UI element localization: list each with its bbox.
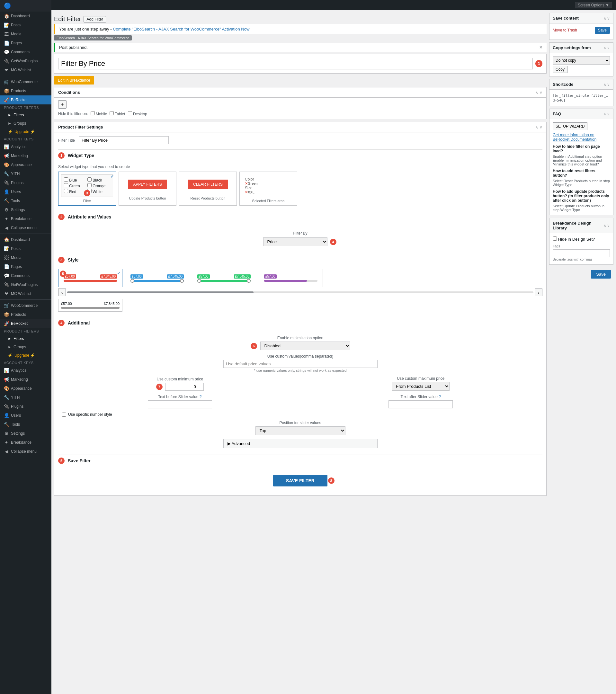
mobile-checkbox-label[interactable]: Mobile [91,111,107,116]
custom-min-input[interactable] [165,383,204,391]
minimization-select[interactable]: Disabled [260,342,350,350]
design-library-down-button[interactable]: ∨ [607,223,610,228]
sidebar2-item-woocommerce[interactable]: 🛒 WooCommerce [0,301,51,310]
sidebar2-item-groups[interactable]: ► Groups [0,343,51,351]
faq-down-button[interactable]: ∨ [607,112,610,116]
notice-close-icon[interactable]: ✕ [539,45,543,50]
settings-down-button[interactable]: ∨ [540,125,542,129]
style-item-blue[interactable]: £57.00 £7,845.00 [125,269,189,287]
sidebar2-item-settings[interactable]: ⚙ Settings [0,429,51,438]
sidebar2-item-dashboard[interactable]: 🏠 Dashboard [0,235,51,244]
sidebar-item-products[interactable]: 📦 Products [0,87,51,95]
sidebar-item-appearance[interactable]: 🎨 Appearance [0,160,51,169]
sidebar2-item-upgrade[interactable]: ⚡ Upgrade ⚡ [0,351,51,360]
carousel-prev-button[interactable]: ‹ [58,289,66,296]
specific-style-checkbox[interactable] [62,413,66,417]
filter-by-select[interactable]: Price [263,237,327,246]
sidebar2-item-mcwishlist[interactable]: ❤ MC Wishlist [0,289,51,298]
sidebar2-item-breakdance[interactable]: ✦ Breakdance [0,438,51,447]
position-select[interactable]: Top [255,426,345,435]
widget-type-apply[interactable]: APPLY FILTERS Update Products button [119,171,177,206]
sidebar-item-comments[interactable]: 💬 Comments [0,48,51,57]
save-up-button[interactable]: ∧ [603,16,606,21]
notice-link[interactable]: Complete "ElboSearch - AJAX Search for W… [113,27,249,32]
sidebar2-item-tools[interactable]: 🔨 Tools [0,420,51,429]
save-filter-button[interactable]: SAVE FILTER [273,475,327,487]
faq-docs-link[interactable]: Get more information on BeRocket Documen… [553,133,610,142]
sidebar-item-groups[interactable]: ► Groups [0,119,51,128]
style-item-green[interactable]: £57.00 £7,845.00 [192,269,256,287]
sidebar2-item-posts[interactable]: 📝 Posts [0,244,51,253]
widget-type-reset[interactable]: CLEAR FILTERS Reset Products button [179,171,237,206]
style-item-minimal[interactable]: £57.00 £7,845.00 [58,299,123,312]
sidebar2-item-berocket[interactable]: 🚀 BeRocket [0,319,51,328]
sidebar-item-mcwishlist[interactable]: ❤ MC Wishlist [0,66,51,75]
widget-type-selected[interactable]: Color ✕Green Size ✕XXL Selected Filters … [239,171,297,206]
save-bottom-button[interactable]: Save [591,270,611,278]
mobile-checkbox[interactable] [91,111,95,115]
sidebar-item-tools[interactable]: 🔨 Tools [0,196,51,205]
edit-breakdance-button[interactable]: Edit in Breakdance [54,76,94,85]
conditions-down-button[interactable]: ∨ [540,90,542,95]
custom-values-input[interactable] [223,360,378,368]
sidebar-item-media[interactable]: 🖼 Media [0,30,51,39]
custom-max-select[interactable]: From Products List [392,382,450,391]
save-down-button[interactable]: ∨ [607,16,610,21]
shortcode-up-button[interactable]: ∧ [603,82,606,87]
copy-select[interactable]: Do not copy [553,56,610,65]
sidebar-item-plugins[interactable]: 🔌 Plugins [0,178,51,187]
design-library-up-button[interactable]: ∧ [603,223,606,228]
conditions-up-button[interactable]: ∧ [535,90,538,95]
sidebar-item-marketing[interactable]: 📢 Marketing [0,151,51,160]
carousel-next-button[interactable]: › [535,289,542,296]
sidebar2-item-pages[interactable]: 📄 Pages [0,262,51,271]
filter-name-input[interactable] [58,58,533,69]
sidebar-item-breakdance[interactable]: ✦ Breakdance [0,214,51,223]
style-item-red[interactable]: ✓ 5 £57.00 £7,845.00 [58,269,123,287]
sidebar-item-pages[interactable]: 📄 Pages [0,39,51,48]
sidebar2-item-users[interactable]: 👤 Users [0,411,51,420]
filter-title-input[interactable] [79,136,169,144]
copy-down-button[interactable]: ∨ [607,45,610,50]
sidebar2-item-analytics[interactable]: 📊 Analytics [0,366,51,375]
setup-wizard-button[interactable]: SETUP WIZARD [553,123,587,130]
add-filter-button[interactable]: Add Filter [84,16,106,22]
text-before-input[interactable] [148,400,212,408]
text-after-input[interactable] [388,400,453,408]
widget-type-filter[interactable]: ✓ Blue Black Green Orange Red White [58,171,116,206]
style-item-purple[interactable]: £57.00 [259,269,323,287]
tablet-checkbox[interactable] [110,111,114,115]
sidebar-item-posts[interactable]: 📝 Posts [0,21,51,30]
desktop-checkbox-label[interactable]: Desktop [128,111,147,116]
sidebar-item-woocommerce[interactable]: 🛒 WooCommerce [0,77,51,87]
sidebar-item-yith[interactable]: 🔧 YITH [0,169,51,178]
sidebar2-item-getwoo[interactable]: 🔌 GetWooPlugins [0,280,51,289]
sidebar2-item-yith[interactable]: 🔧 YITH [0,393,51,402]
copy-button[interactable]: Copy [553,66,567,73]
sidebar2-item-products[interactable]: 📦 Products [0,310,51,319]
sidebar-item-getwoo[interactable]: 🔌 GetWooPlugins [0,57,51,66]
sidebar-item-settings[interactable]: ⚙ Settings [0,205,51,214]
sidebar-item-upgrade[interactable]: ⚡ Upgrade ⚡ [0,128,51,136]
add-condition-button[interactable]: + [58,100,67,109]
sidebar-item-analytics[interactable]: 📊 Analytics [0,142,51,151]
sidebar-item-users[interactable]: 👤 Users [0,187,51,196]
desktop-checkbox[interactable] [128,111,132,115]
sidebar2-item-marketing[interactable]: 📢 Marketing [0,375,51,384]
sidebar2-item-comments[interactable]: 💬 Comments [0,271,51,280]
faq-up-button[interactable]: ∧ [603,112,606,116]
settings-up-button[interactable]: ∧ [535,125,538,129]
hide-design-label[interactable]: Hide in Design Set? [553,237,595,242]
sidebar2-item-media[interactable]: 🖼 Media [0,253,51,262]
hide-design-checkbox[interactable] [553,236,557,241]
sidebar-item-collapse[interactable]: ◀ Collapse menu [0,223,51,232]
screen-options-button[interactable]: Screen Options ▼ [575,2,612,8]
sidebar2-item-appearance[interactable]: 🎨 Appearance [0,384,51,393]
move-to-trash-link[interactable]: Move to Trash [553,28,577,33]
sidebar2-item-plugins[interactable]: 🔌 Plugins [0,402,51,411]
save-right-button[interactable]: Save [595,27,610,34]
copy-up-button[interactable]: ∧ [603,45,606,50]
sidebar-item-berocket[interactable]: 🚀 BeRocket [0,95,51,105]
tags-input[interactable] [553,249,610,257]
tablet-checkbox-label[interactable]: Tablet [110,111,125,116]
